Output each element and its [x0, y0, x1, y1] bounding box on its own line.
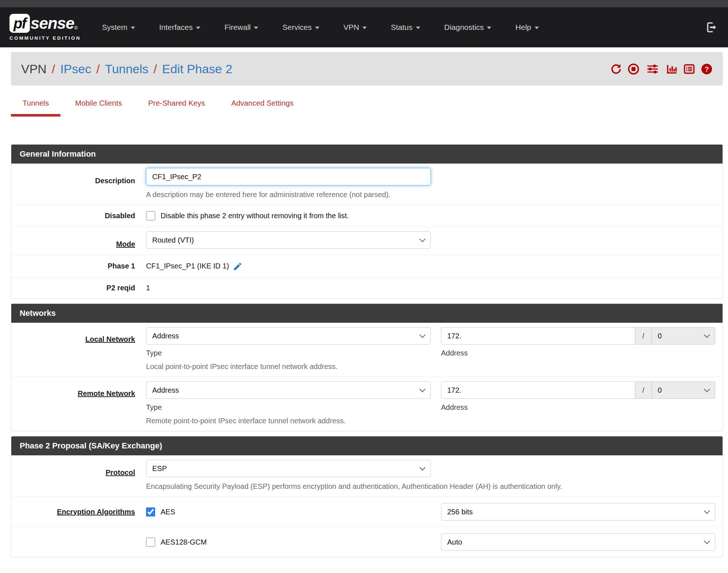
- form-row-encryption-aes: Encryption Algorithms AES 256 bits: [11, 497, 723, 527]
- remote-prefix-select-wrap: 0: [652, 381, 715, 399]
- caret-down-icon: [416, 27, 420, 29]
- encryption-aes-grid: AES 256 bits: [146, 503, 715, 521]
- form-row-encryption-aes128gcm: AES128-GCM Auto: [11, 527, 723, 557]
- sign-out-icon[interactable]: [705, 21, 719, 34]
- nav-item-label: Help: [515, 23, 531, 32]
- description-control: A description may be entered here for ad…: [146, 168, 715, 199]
- remote-address-group: / 0 Address: [441, 381, 715, 412]
- tab-tunnels[interactable]: Tunnels: [11, 99, 60, 117]
- caret-down-icon: [131, 27, 135, 29]
- phase1-label: Phase 1: [11, 262, 135, 270]
- local-address-input-group: / 0: [441, 327, 715, 345]
- aes-checkbox-group: AES: [146, 503, 441, 521]
- nav-item-label: Firewall: [224, 23, 251, 32]
- svg-text:?: ?: [704, 65, 709, 73]
- aes128gcm-bits-select-wrap: Auto: [441, 533, 715, 551]
- local-type-select[interactable]: Address: [146, 327, 431, 345]
- tab-mobile-clients[interactable]: Mobile Clients: [63, 99, 134, 117]
- tab-pre-shared-keys[interactable]: Pre-Shared Keys: [137, 99, 217, 117]
- description-input[interactable]: [146, 168, 431, 185]
- protocol-select[interactable]: ESP: [146, 460, 431, 477]
- disabled-checkbox[interactable]: [146, 211, 155, 220]
- disabled-control: Disable this phase 2 entry without remov…: [146, 211, 715, 220]
- status-icon[interactable]: [666, 63, 678, 75]
- remote-address-input-group: / 0: [441, 381, 715, 399]
- breadcrumb-vpn: VPN: [21, 62, 47, 76]
- help-icon[interactable]: ?: [701, 63, 713, 75]
- aes128gcm-bits-select[interactable]: Auto: [441, 533, 715, 551]
- nav-item-status[interactable]: Status: [391, 23, 420, 32]
- nav-item-help[interactable]: Help: [515, 23, 539, 32]
- pfsense-logo[interactable]: pf sense ® COMMUNITY EDITION: [9, 14, 81, 41]
- remote-network-control: Address Type / 0: [146, 381, 715, 425]
- encryption-aes128gcm-grid: AES128-GCM Auto: [146, 533, 715, 551]
- service-stop-icon[interactable]: [627, 63, 640, 75]
- nav-item-system[interactable]: System: [102, 23, 135, 32]
- mode-select-wrap: Routed (VTI): [146, 231, 431, 249]
- remote-address-input[interactable]: [441, 381, 635, 399]
- panel-title-general: General Information: [11, 145, 723, 164]
- aes-bits-group: 256 bits: [441, 503, 715, 521]
- log-icon[interactable]: [683, 63, 695, 75]
- aes-checkbox[interactable]: [146, 507, 155, 517]
- form-row-phase1: Phase 1 CF1_IPsec_P1 (IKE ID 1): [11, 255, 723, 278]
- window-title-strip: [0, 0, 728, 7]
- nav-item-firewall[interactable]: Firewall: [224, 23, 258, 32]
- remote-prefix-select[interactable]: 0: [652, 381, 715, 399]
- remote-network-help: Remote point-to-point IPsec interface tu…: [146, 417, 715, 425]
- nav-item-services[interactable]: Services: [282, 23, 319, 32]
- caret-down-icon: [315, 27, 319, 29]
- nav-item-diagnostics[interactable]: Diagnostics: [444, 23, 492, 32]
- local-address-input[interactable]: [441, 327, 635, 345]
- form-row-local-network: Local Network Address Type /: [11, 323, 723, 377]
- nav-item-label: Interfaces: [159, 23, 193, 32]
- nav-item-label: Status: [391, 23, 413, 32]
- aes-bits-select[interactable]: 256 bits: [441, 503, 715, 521]
- form-row-disabled: Disabled Disable this phase 2 entry with…: [11, 205, 723, 227]
- caret-down-icon: [362, 27, 367, 29]
- local-network-label: Local Network: [11, 327, 135, 371]
- local-network-help: Local point-to-point IPsec interface tun…: [146, 362, 715, 371]
- local-network-control: Address Type / 0: [146, 327, 715, 371]
- phase1-control: CF1_IPsec_P1 (IKE ID 1): [146, 261, 715, 271]
- form-row-p2reqid: P2 reqid 1: [11, 278, 723, 298]
- caret-down-icon: [487, 27, 491, 29]
- protocol-label: Protocol: [11, 460, 135, 491]
- local-address-group: / 0 Address: [441, 327, 715, 357]
- panel-body-general: Description A description may be entered…: [11, 164, 723, 298]
- panel-general-information: General Information Description A descri…: [11, 144, 723, 299]
- breadcrumb-separator: /: [154, 62, 157, 76]
- mode-select[interactable]: Routed (VTI): [146, 231, 431, 249]
- local-network-grid: Address Type / 0: [146, 327, 715, 357]
- remote-type-sublabel: Type: [146, 403, 441, 412]
- aes128gcm-bits-group: Auto: [441, 533, 715, 551]
- breadcrumb-edit-phase2[interactable]: Edit Phase 2: [162, 62, 232, 76]
- disabled-checkbox-label: Disable this phase 2 entry without remov…: [161, 212, 349, 220]
- remote-type-select[interactable]: Address: [146, 381, 431, 399]
- breadcrumb-separator: /: [96, 62, 99, 76]
- breadcrumb-tunnels[interactable]: Tunnels: [105, 62, 149, 76]
- nav-menu: System Interfaces Firewall Services VPN …: [102, 23, 539, 32]
- caret-down-icon: [254, 27, 258, 29]
- encryption-algorithms-label: Encryption Algorithms: [11, 508, 135, 516]
- nav-item-interfaces[interactable]: Interfaces: [159, 23, 200, 32]
- panel-body-networks: Local Network Address Type /: [11, 323, 723, 431]
- p2reqid-label: P2 reqid: [11, 284, 135, 292]
- nav-item-vpn[interactable]: VPN: [343, 23, 367, 32]
- service-restart-icon[interactable]: [610, 63, 622, 75]
- p2reqid-value: 1: [146, 284, 715, 292]
- local-prefix-select[interactable]: 0: [652, 327, 715, 345]
- related-settings-icon[interactable]: [645, 63, 660, 75]
- panel-title-networks: Networks: [11, 304, 723, 323]
- tab-advanced-settings[interactable]: Advanced Settings: [220, 99, 305, 117]
- breadcrumb-ipsec[interactable]: IPsec: [60, 62, 91, 76]
- aes128gcm-checkbox[interactable]: [146, 538, 155, 547]
- pencil-icon[interactable]: [233, 261, 243, 271]
- ipsec-tabs: Tunnels Mobile Clients Pre-Shared Keys A…: [11, 99, 717, 117]
- page-action-icons: ?: [610, 63, 713, 75]
- local-prefix-select-wrap: 0: [652, 327, 715, 345]
- caret-down-icon: [535, 27, 539, 29]
- description-help: A description may be entered here for ad…: [146, 191, 715, 199]
- remote-type-group: Address Type: [146, 381, 441, 412]
- aes128gcm-checkbox-group: AES128-GCM: [146, 533, 441, 551]
